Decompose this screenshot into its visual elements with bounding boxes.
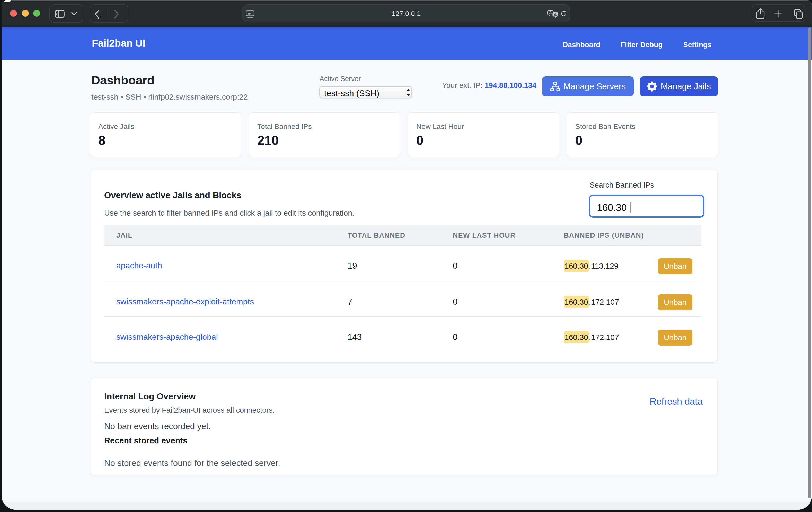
svg-text:A: A <box>549 11 552 15</box>
